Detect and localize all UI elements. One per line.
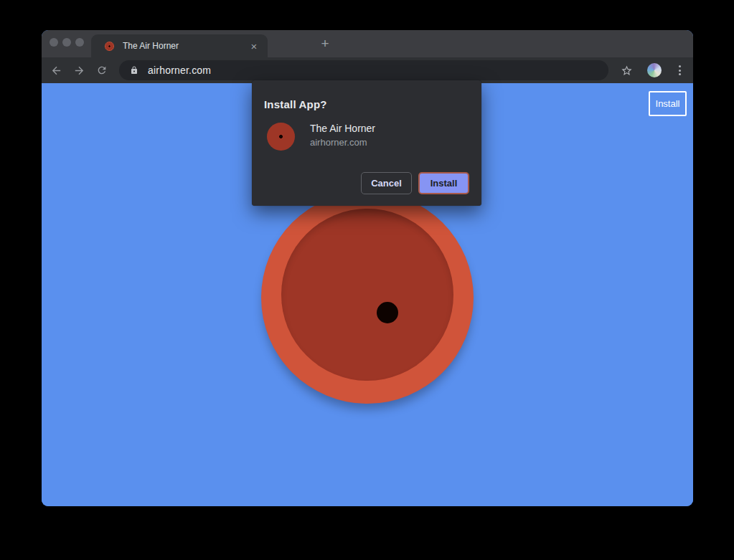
app-domain: airhorner.com xyxy=(310,137,375,148)
tab-the-air-horner[interactable]: The Air Horner × xyxy=(91,34,268,57)
screenshot-background: The Air Horner × + airhorner.com xyxy=(0,0,734,560)
air-horn-button[interactable] xyxy=(261,191,474,404)
cancel-button[interactable]: Cancel xyxy=(361,172,412,194)
browser-window: The Air Horner × + airhorner.com xyxy=(42,30,693,506)
close-window-button[interactable] xyxy=(50,38,58,47)
tab-close-icon[interactable]: × xyxy=(248,41,260,52)
app-icon xyxy=(267,123,295,151)
new-tab-icon[interactable]: + xyxy=(318,36,332,52)
dialog-buttons: Cancel Install xyxy=(361,172,469,194)
address-bar[interactable]: airhorner.com xyxy=(119,60,608,80)
app-name: The Air Horner xyxy=(310,123,375,134)
install-button[interactable]: Install xyxy=(418,172,469,194)
tab-strip: The Air Horner × + xyxy=(42,30,693,57)
airhorner-favicon-icon xyxy=(105,42,114,51)
tab-title: The Air Horner xyxy=(123,41,248,51)
back-icon[interactable] xyxy=(50,64,62,77)
app-info: The Air Horner airhorner.com xyxy=(310,123,375,148)
bookmark-star-icon[interactable] xyxy=(620,64,633,77)
air-horn-inner-circle xyxy=(281,209,453,381)
reload-icon[interactable] xyxy=(95,64,108,77)
install-app-dialog: Install App? The Air Horner airhorner.co… xyxy=(252,80,481,206)
air-horn-center-dot xyxy=(377,302,398,323)
profile-avatar[interactable] xyxy=(647,63,662,77)
zoom-window-button[interactable] xyxy=(75,38,84,47)
window-controls xyxy=(50,38,84,47)
forward-icon[interactable] xyxy=(72,64,85,77)
browser-menu-icon[interactable] xyxy=(673,64,686,77)
minimize-window-button[interactable] xyxy=(62,38,71,47)
dialog-title: Install App? xyxy=(264,98,327,110)
lock-icon[interactable] xyxy=(128,64,141,77)
url-text: airhorner.com xyxy=(148,65,211,76)
browser-toolbar: airhorner.com xyxy=(42,57,693,83)
page-install-button[interactable]: Install xyxy=(649,91,687,116)
